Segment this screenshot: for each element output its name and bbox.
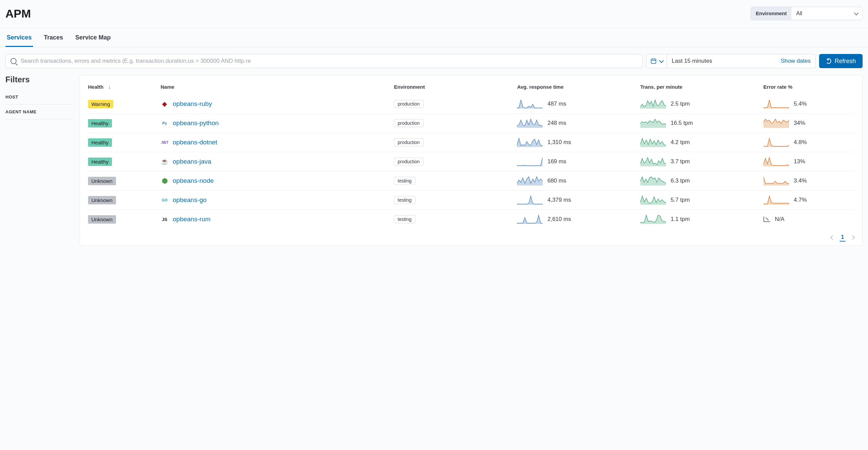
refresh-label: Refresh [835, 58, 856, 65]
filter-section-agent-name[interactable]: AGENT NAME [5, 105, 73, 119]
show-dates-link[interactable]: Show dates [781, 58, 811, 64]
sparkline-tpm [640, 157, 666, 166]
health-badge: Warning [88, 100, 113, 108]
services-table: Health ↓ Name Environment Avg. response … [88, 81, 854, 229]
table-row: Healthy Py opbeans-python production 248… [88, 114, 854, 133]
service-link[interactable]: opbeans-java [173, 158, 211, 165]
sparkline-tpm [640, 195, 666, 205]
environment-tag: production [394, 100, 423, 108]
tpm-value: 16.5 tpm [671, 120, 693, 126]
table-row: Unknown ⬢ opbeans-node testing 680 ms 6.… [88, 171, 854, 191]
health-badge: Healthy [88, 158, 112, 166]
tpm-value: 5.7 tpm [671, 197, 690, 203]
svg-rect-0 [651, 59, 656, 63]
table-row: Warning ◆ opbeans-ruby production 487 ms… [88, 94, 854, 114]
environment-tag: production [394, 158, 423, 166]
tpm-value: 2.5 tpm [671, 101, 690, 107]
pagination-next[interactable] [850, 235, 855, 240]
error-rate-value: 4.8% [794, 139, 807, 146]
pagination-prev[interactable] [830, 235, 835, 240]
page-title: APM [5, 7, 31, 20]
services-panel: Health ↓ Name Environment Avg. response … [80, 75, 863, 246]
chevron-down-icon [854, 11, 859, 16]
pagination: 1 [88, 229, 854, 242]
error-rate-value: N/A [775, 216, 784, 223]
service-link[interactable]: opbeans-go [173, 196, 206, 204]
python-icon: Py [161, 119, 169, 127]
service-link[interactable]: opbeans-node [173, 177, 214, 185]
sparkline-resp [517, 195, 543, 205]
error-rate-value: 3.4% [794, 177, 807, 184]
response-time-value: 248 ms [547, 120, 566, 126]
chart-unavailable-icon [763, 217, 770, 222]
tab-services[interactable]: Services [5, 28, 33, 47]
response-time-value: 2,610 ms [547, 216, 571, 223]
column-health[interactable]: Health ↓ [88, 81, 161, 94]
ruby-icon: ◆ [161, 100, 169, 108]
tpm-value: 6.3 tpm [671, 177, 690, 184]
sparkline-tpm [640, 176, 666, 186]
response-time-value: 680 ms [547, 177, 566, 184]
column-response-time[interactable]: Avg. response time [517, 81, 640, 94]
service-link[interactable]: opbeans-ruby [173, 100, 212, 108]
sparkline-err [763, 157, 789, 166]
service-link[interactable]: opbeans-dotnet [173, 139, 217, 146]
node-icon: ⬢ [161, 177, 169, 185]
error-rate-value: 34% [794, 120, 805, 126]
environment-tag: production [394, 119, 423, 127]
column-name[interactable]: Name [161, 81, 394, 94]
column-environment[interactable]: Environment [394, 81, 517, 94]
sparkline-tpm [640, 118, 666, 128]
search-icon [10, 58, 17, 64]
sparkline-resp [517, 99, 543, 109]
column-error-rate[interactable]: Error rate % [763, 81, 854, 94]
sparkline-err [763, 118, 789, 128]
pagination-page[interactable]: 1 [840, 233, 845, 242]
sparkline-tpm [640, 99, 666, 109]
date-picker-button[interactable] [646, 54, 667, 68]
sparkline-resp [517, 215, 543, 224]
table-row: Unknown GO opbeans-go testing 4,379 ms 5… [88, 191, 854, 210]
quick-date-label: Last 15 minutes [672, 58, 712, 64]
response-time-value: 487 ms [547, 101, 566, 107]
environment-label: Environment [751, 7, 791, 20]
error-rate-value: 4.7% [794, 197, 807, 203]
health-badge: Unknown [88, 215, 116, 224]
quick-date[interactable]: Last 15 minutes Show dates [667, 54, 815, 68]
health-badge: Healthy [88, 138, 112, 147]
sparkline-err [763, 99, 789, 109]
service-link[interactable]: opbeans-rum [173, 216, 210, 223]
tabs: ServicesTracesService Map [0, 28, 868, 47]
sparkline-err [763, 138, 789, 147]
sparkline-resp [517, 118, 543, 128]
column-trans-per-minute[interactable]: Trans. per minute [640, 81, 763, 94]
filter-section-host[interactable]: HOST [5, 90, 73, 105]
tab-service-map[interactable]: Service Map [74, 28, 112, 47]
environment-tag: testing [394, 196, 415, 204]
tpm-value: 1.1 tpm [671, 216, 690, 223]
environment-selector[interactable]: Environment All [751, 7, 863, 20]
sparkline-resp [517, 138, 543, 147]
response-time-value: 169 ms [547, 158, 566, 165]
sparkline-resp [517, 157, 543, 166]
environment-value[interactable]: All [791, 7, 862, 20]
service-link[interactable]: opbeans-python [173, 119, 219, 127]
chevron-down-icon [659, 58, 664, 63]
tab-traces[interactable]: Traces [42, 28, 64, 47]
table-row: Healthy .NET opbeans-dotnet production 1… [88, 133, 854, 152]
health-badge: Healthy [88, 119, 112, 128]
dotnet-icon: .NET [161, 138, 169, 146]
filters-sidebar: Filters HOSTAGENT NAME [5, 75, 73, 119]
filters-title: Filters [5, 75, 73, 84]
sparkline-tpm [640, 138, 666, 147]
sparkline-tpm [640, 215, 666, 224]
environment-tag: testing [394, 177, 415, 185]
refresh-button[interactable]: Refresh [819, 54, 863, 68]
environment-tag: production [394, 138, 423, 146]
search-input[interactable] [21, 58, 638, 64]
search-box[interactable] [5, 54, 643, 68]
refresh-icon [826, 58, 831, 64]
sparkline-err [763, 195, 789, 205]
sparkline-err [763, 176, 789, 186]
error-rate-value: 13% [794, 158, 805, 165]
